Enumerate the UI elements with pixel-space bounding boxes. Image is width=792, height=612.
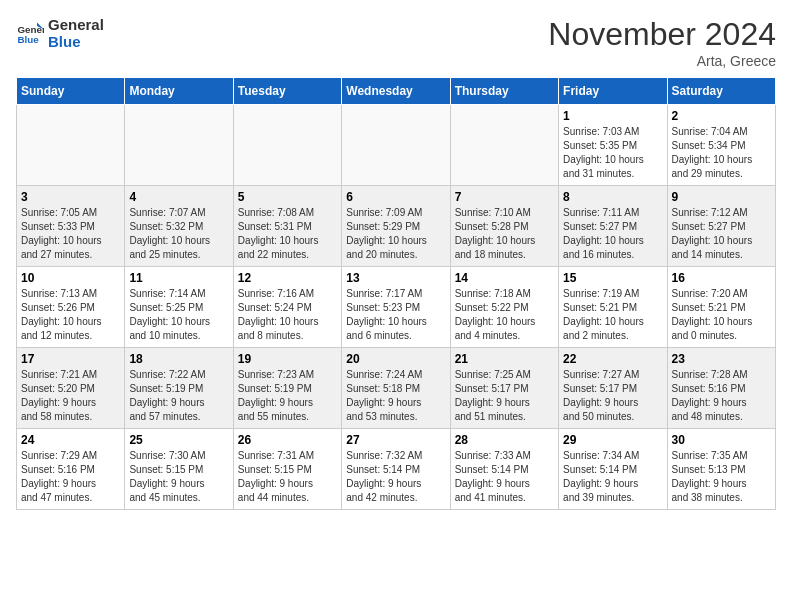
day-info: Sunrise: 7:29 AM Sunset: 5:16 PM Dayligh…: [21, 449, 120, 505]
calendar-cell: 26Sunrise: 7:31 AM Sunset: 5:15 PM Dayli…: [233, 429, 341, 510]
calendar-cell: 29Sunrise: 7:34 AM Sunset: 5:14 PM Dayli…: [559, 429, 667, 510]
day-info: Sunrise: 7:11 AM Sunset: 5:27 PM Dayligh…: [563, 206, 662, 262]
calendar-cell: 19Sunrise: 7:23 AM Sunset: 5:19 PM Dayli…: [233, 348, 341, 429]
calendar-cell: 9Sunrise: 7:12 AM Sunset: 5:27 PM Daylig…: [667, 186, 775, 267]
day-info: Sunrise: 7:03 AM Sunset: 5:35 PM Dayligh…: [563, 125, 662, 181]
calendar-cell: 5Sunrise: 7:08 AM Sunset: 5:31 PM Daylig…: [233, 186, 341, 267]
day-info: Sunrise: 7:25 AM Sunset: 5:17 PM Dayligh…: [455, 368, 554, 424]
day-number: 24: [21, 433, 120, 447]
day-info: Sunrise: 7:21 AM Sunset: 5:20 PM Dayligh…: [21, 368, 120, 424]
calendar-cell: 20Sunrise: 7:24 AM Sunset: 5:18 PM Dayli…: [342, 348, 450, 429]
day-info: Sunrise: 7:32 AM Sunset: 5:14 PM Dayligh…: [346, 449, 445, 505]
day-info: Sunrise: 7:28 AM Sunset: 5:16 PM Dayligh…: [672, 368, 771, 424]
day-info: Sunrise: 7:34 AM Sunset: 5:14 PM Dayligh…: [563, 449, 662, 505]
day-number: 11: [129, 271, 228, 285]
day-info: Sunrise: 7:27 AM Sunset: 5:17 PM Dayligh…: [563, 368, 662, 424]
calendar-cell: 4Sunrise: 7:07 AM Sunset: 5:32 PM Daylig…: [125, 186, 233, 267]
day-number: 19: [238, 352, 337, 366]
day-info: Sunrise: 7:09 AM Sunset: 5:29 PM Dayligh…: [346, 206, 445, 262]
calendar-week-2: 3Sunrise: 7:05 AM Sunset: 5:33 PM Daylig…: [17, 186, 776, 267]
calendar-cell: 22Sunrise: 7:27 AM Sunset: 5:17 PM Dayli…: [559, 348, 667, 429]
calendar-cell: [125, 105, 233, 186]
day-number: 2: [672, 109, 771, 123]
day-info: Sunrise: 7:13 AM Sunset: 5:26 PM Dayligh…: [21, 287, 120, 343]
calendar-cell: [233, 105, 341, 186]
day-number: 23: [672, 352, 771, 366]
logo-icon: General Blue: [16, 19, 44, 47]
calendar-cell: 13Sunrise: 7:17 AM Sunset: 5:23 PM Dayli…: [342, 267, 450, 348]
day-info: Sunrise: 7:24 AM Sunset: 5:18 PM Dayligh…: [346, 368, 445, 424]
day-number: 27: [346, 433, 445, 447]
calendar-cell: 28Sunrise: 7:33 AM Sunset: 5:14 PM Dayli…: [450, 429, 558, 510]
day-number: 8: [563, 190, 662, 204]
title-block: November 2024 Arta, Greece: [548, 16, 776, 69]
calendar-cell: 10Sunrise: 7:13 AM Sunset: 5:26 PM Dayli…: [17, 267, 125, 348]
day-info: Sunrise: 7:08 AM Sunset: 5:31 PM Dayligh…: [238, 206, 337, 262]
calendar-cell: 21Sunrise: 7:25 AM Sunset: 5:17 PM Dayli…: [450, 348, 558, 429]
day-number: 1: [563, 109, 662, 123]
day-number: 18: [129, 352, 228, 366]
day-number: 17: [21, 352, 120, 366]
calendar-cell: 3Sunrise: 7:05 AM Sunset: 5:33 PM Daylig…: [17, 186, 125, 267]
day-info: Sunrise: 7:20 AM Sunset: 5:21 PM Dayligh…: [672, 287, 771, 343]
calendar-cell: [342, 105, 450, 186]
day-info: Sunrise: 7:23 AM Sunset: 5:19 PM Dayligh…: [238, 368, 337, 424]
calendar-cell: 17Sunrise: 7:21 AM Sunset: 5:20 PM Dayli…: [17, 348, 125, 429]
page-header: General Blue General Blue November 2024 …: [16, 16, 776, 69]
calendar-cell: 14Sunrise: 7:18 AM Sunset: 5:22 PM Dayli…: [450, 267, 558, 348]
day-number: 22: [563, 352, 662, 366]
calendar-week-5: 24Sunrise: 7:29 AM Sunset: 5:16 PM Dayli…: [17, 429, 776, 510]
logo: General Blue General Blue: [16, 16, 104, 50]
day-info: Sunrise: 7:14 AM Sunset: 5:25 PM Dayligh…: [129, 287, 228, 343]
calendar-cell: 2Sunrise: 7:04 AM Sunset: 5:34 PM Daylig…: [667, 105, 775, 186]
day-number: 25: [129, 433, 228, 447]
calendar-cell: [17, 105, 125, 186]
day-info: Sunrise: 7:04 AM Sunset: 5:34 PM Dayligh…: [672, 125, 771, 181]
day-info: Sunrise: 7:17 AM Sunset: 5:23 PM Dayligh…: [346, 287, 445, 343]
day-number: 21: [455, 352, 554, 366]
day-number: 26: [238, 433, 337, 447]
day-number: 28: [455, 433, 554, 447]
day-number: 13: [346, 271, 445, 285]
logo-text-general: General: [48, 16, 104, 33]
calendar-cell: 7Sunrise: 7:10 AM Sunset: 5:28 PM Daylig…: [450, 186, 558, 267]
day-header-saturday: Saturday: [667, 78, 775, 105]
day-header-friday: Friday: [559, 78, 667, 105]
day-number: 6: [346, 190, 445, 204]
calendar-cell: 30Sunrise: 7:35 AM Sunset: 5:13 PM Dayli…: [667, 429, 775, 510]
calendar-cell: 8Sunrise: 7:11 AM Sunset: 5:27 PM Daylig…: [559, 186, 667, 267]
day-number: 16: [672, 271, 771, 285]
day-number: 30: [672, 433, 771, 447]
day-number: 7: [455, 190, 554, 204]
day-header-monday: Monday: [125, 78, 233, 105]
calendar-cell: 25Sunrise: 7:30 AM Sunset: 5:15 PM Dayli…: [125, 429, 233, 510]
day-number: 14: [455, 271, 554, 285]
day-info: Sunrise: 7:07 AM Sunset: 5:32 PM Dayligh…: [129, 206, 228, 262]
day-info: Sunrise: 7:19 AM Sunset: 5:21 PM Dayligh…: [563, 287, 662, 343]
calendar-cell: 15Sunrise: 7:19 AM Sunset: 5:21 PM Dayli…: [559, 267, 667, 348]
calendar-week-1: 1Sunrise: 7:03 AM Sunset: 5:35 PM Daylig…: [17, 105, 776, 186]
day-number: 3: [21, 190, 120, 204]
day-header-thursday: Thursday: [450, 78, 558, 105]
month-title: November 2024: [548, 16, 776, 53]
day-info: Sunrise: 7:22 AM Sunset: 5:19 PM Dayligh…: [129, 368, 228, 424]
day-info: Sunrise: 7:10 AM Sunset: 5:28 PM Dayligh…: [455, 206, 554, 262]
day-number: 15: [563, 271, 662, 285]
day-number: 10: [21, 271, 120, 285]
day-number: 20: [346, 352, 445, 366]
day-number: 29: [563, 433, 662, 447]
calendar-header-row: SundayMondayTuesdayWednesdayThursdayFrid…: [17, 78, 776, 105]
calendar-cell: 16Sunrise: 7:20 AM Sunset: 5:21 PM Dayli…: [667, 267, 775, 348]
day-number: 5: [238, 190, 337, 204]
day-number: 4: [129, 190, 228, 204]
calendar-cell: 27Sunrise: 7:32 AM Sunset: 5:14 PM Dayli…: [342, 429, 450, 510]
day-info: Sunrise: 7:31 AM Sunset: 5:15 PM Dayligh…: [238, 449, 337, 505]
day-info: Sunrise: 7:12 AM Sunset: 5:27 PM Dayligh…: [672, 206, 771, 262]
day-info: Sunrise: 7:30 AM Sunset: 5:15 PM Dayligh…: [129, 449, 228, 505]
calendar-week-4: 17Sunrise: 7:21 AM Sunset: 5:20 PM Dayli…: [17, 348, 776, 429]
day-number: 9: [672, 190, 771, 204]
calendar-table: SundayMondayTuesdayWednesdayThursdayFrid…: [16, 77, 776, 510]
calendar-week-3: 10Sunrise: 7:13 AM Sunset: 5:26 PM Dayli…: [17, 267, 776, 348]
day-info: Sunrise: 7:18 AM Sunset: 5:22 PM Dayligh…: [455, 287, 554, 343]
day-info: Sunrise: 7:33 AM Sunset: 5:14 PM Dayligh…: [455, 449, 554, 505]
